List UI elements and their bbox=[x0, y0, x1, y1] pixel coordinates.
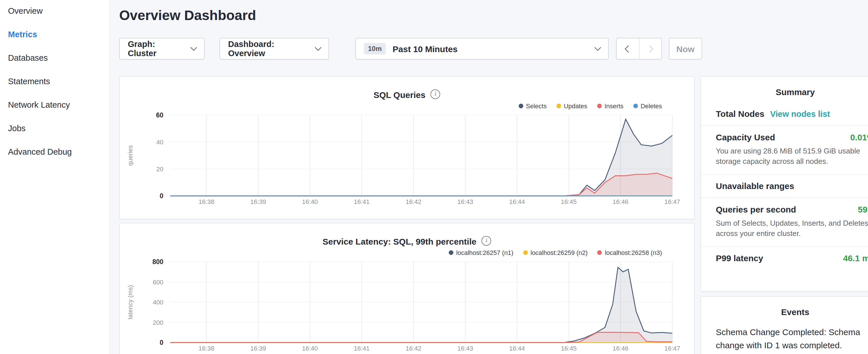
svg-text:16:39: 16:39 bbox=[250, 198, 266, 205]
events-title: Events bbox=[701, 297, 868, 322]
sidebar-item-overview[interactable]: Overview bbox=[8, 6, 110, 16]
svg-text:latency (ms): latency (ms) bbox=[127, 285, 134, 319]
info-icon[interactable]: i bbox=[482, 236, 491, 246]
svg-text:16:41: 16:41 bbox=[354, 198, 370, 205]
summary-row-total-nodes: Total Nodes View nodes list 3 bbox=[701, 102, 868, 126]
summary-title: Summary bbox=[701, 77, 868, 102]
chart-legend: localhost:26257 (n1)localhost:26259 (n2)… bbox=[120, 246, 694, 259]
summary-label: Capacity Used bbox=[716, 132, 775, 142]
chart-legend: SelectsUpdatesInsertsDeletes bbox=[120, 100, 694, 112]
dashboard-selector-label: Dashboard: Overview bbox=[228, 39, 309, 58]
svg-text:queries: queries bbox=[127, 145, 134, 166]
svg-text:200: 200 bbox=[153, 319, 163, 326]
summary-row-p99-latency: P99 latency 46.1 ms bbox=[701, 247, 868, 270]
chevron-down-icon bbox=[595, 44, 601, 51]
sidebar-item-statements[interactable]: Statements bbox=[8, 76, 110, 87]
legend-dot-icon bbox=[597, 250, 602, 255]
time-step-buttons bbox=[616, 38, 662, 60]
page-title: Overview Dashboard bbox=[119, 7, 256, 24]
legend-item: localhost:26258 (n3) bbox=[597, 249, 662, 256]
legend-label: localhost:26257 (n1) bbox=[456, 249, 513, 256]
summary-value: 59.7 bbox=[858, 204, 868, 214]
time-range-dropdown[interactable]: 10m Past 10 Minutes bbox=[355, 38, 609, 60]
event-message[interactable]: Schema Change Completed: Schema change w… bbox=[701, 322, 868, 352]
info-icon[interactable]: i bbox=[431, 89, 440, 99]
legend-label: Updates bbox=[564, 102, 587, 109]
chevron-left-icon bbox=[625, 45, 632, 52]
service-latency-chart-panel: Service Latency: SQL, 99th percentile i … bbox=[119, 223, 694, 354]
sidebar-item-network-latency[interactable]: Network Latency bbox=[8, 100, 110, 110]
sql-queries-chart-panel: SQL Queries i SelectsUpdatesInsertsDelet… bbox=[119, 76, 694, 219]
summary-subtext: Sum of Selects, Updates, Inserts, and De… bbox=[716, 218, 868, 239]
sidebar-item-advanced-debug[interactable]: Advanced Debug bbox=[8, 147, 110, 157]
summary-subtext: You are using 28.6 MiB of 515.9 GiB usab… bbox=[716, 146, 868, 167]
summary-row-capacity-used: Capacity Used 0.01% You are using 28.6 M… bbox=[701, 126, 868, 175]
chart-title-row: SQL Queries i bbox=[120, 77, 694, 100]
svg-text:16:45: 16:45 bbox=[561, 198, 577, 205]
graph-selector-label: Graph: Cluster bbox=[128, 39, 185, 58]
sidebar: Overview Metrics Databases Statements Ne… bbox=[0, 0, 110, 354]
chevron-down-icon bbox=[191, 44, 197, 51]
dashboard-selector-dropdown[interactable]: Dashboard: Overview bbox=[219, 38, 329, 60]
svg-text:400: 400 bbox=[153, 299, 163, 306]
svg-text:20: 20 bbox=[156, 165, 163, 173]
legend-label: Selects bbox=[526, 102, 547, 109]
legend-item: Selects bbox=[518, 102, 547, 109]
svg-text:60: 60 bbox=[156, 112, 163, 119]
legend-dot-icon bbox=[518, 104, 523, 108]
svg-text:16:43: 16:43 bbox=[457, 198, 473, 205]
svg-text:16:38: 16:38 bbox=[198, 345, 214, 352]
svg-text:16:39: 16:39 bbox=[250, 345, 266, 352]
chart-title-row: Service Latency: SQL, 99th percentile i bbox=[120, 223, 694, 246]
legend-label: Inserts bbox=[604, 102, 623, 109]
summary-panel: Summary Total Nodes View nodes list 3 Ca… bbox=[700, 76, 868, 292]
summary-value: 0.01% bbox=[850, 132, 868, 142]
svg-text:40: 40 bbox=[156, 139, 163, 146]
legend-label: localhost:26258 (n3) bbox=[605, 249, 662, 256]
svg-text:16:46: 16:46 bbox=[613, 198, 628, 205]
svg-text:16:43: 16:43 bbox=[457, 345, 473, 352]
svg-text:16:38: 16:38 bbox=[198, 198, 214, 205]
app: Overview Metrics Databases Statements Ne… bbox=[0, 0, 868, 354]
time-next-button[interactable] bbox=[639, 38, 661, 59]
legend-item: localhost:26257 (n1) bbox=[449, 249, 513, 256]
chart-title: Service Latency: SQL, 99th percentile bbox=[323, 236, 476, 246]
time-window-badge: 10m bbox=[364, 43, 386, 55]
summary-label: Unavailable ranges bbox=[716, 181, 794, 191]
legend-item: Updates bbox=[556, 102, 587, 109]
summary-label: P99 latency bbox=[716, 253, 763, 263]
svg-text:16:40: 16:40 bbox=[302, 345, 318, 352]
legend-label: Deletes bbox=[641, 102, 662, 109]
svg-text:0: 0 bbox=[160, 192, 163, 200]
svg-text:16:47: 16:47 bbox=[664, 345, 680, 352]
svg-text:0: 0 bbox=[160, 339, 163, 346]
summary-label: Queries per second bbox=[716, 204, 796, 214]
svg-text:16:41: 16:41 bbox=[354, 345, 370, 352]
legend-item: localhost:26259 (n2) bbox=[523, 249, 587, 256]
sidebar-item-jobs[interactable]: Jobs bbox=[8, 123, 110, 133]
svg-text:16:45: 16:45 bbox=[561, 345, 577, 352]
summary-label: Total Nodes bbox=[716, 109, 764, 119]
now-button[interactable]: Now bbox=[669, 38, 702, 60]
legend-item: Inserts bbox=[597, 102, 623, 109]
svg-text:800: 800 bbox=[152, 259, 163, 265]
service-latency-chart-plot[interactable]: 16:3816:3916:4016:4116:4216:4316:4416:45… bbox=[120, 259, 694, 354]
graph-selector-dropdown[interactable]: Graph: Cluster bbox=[119, 38, 205, 60]
view-nodes-list-link[interactable]: View nodes list bbox=[770, 109, 830, 119]
chart-title: SQL Queries bbox=[373, 90, 425, 100]
sidebar-item-databases[interactable]: Databases bbox=[8, 53, 110, 63]
svg-text:16:44: 16:44 bbox=[509, 345, 525, 352]
svg-text:16:44: 16:44 bbox=[509, 198, 525, 205]
svg-text:16:47: 16:47 bbox=[664, 198, 680, 205]
svg-text:16:46: 16:46 bbox=[613, 345, 628, 352]
time-prev-button[interactable] bbox=[617, 38, 639, 59]
legend-dot-icon bbox=[523, 250, 528, 255]
sidebar-item-metrics[interactable]: Metrics bbox=[8, 29, 110, 39]
svg-text:16:42: 16:42 bbox=[405, 198, 421, 205]
events-panel: Events Schema Change Completed: Schema c… bbox=[700, 296, 868, 354]
legend-dot-icon bbox=[597, 104, 601, 108]
legend-dot-icon bbox=[449, 250, 453, 255]
sql-queries-chart-plot[interactable]: 16:3816:3916:4016:4116:4216:4316:4416:45… bbox=[120, 112, 694, 219]
now-button-label: Now bbox=[676, 44, 694, 54]
svg-text:16:42: 16:42 bbox=[405, 345, 421, 352]
